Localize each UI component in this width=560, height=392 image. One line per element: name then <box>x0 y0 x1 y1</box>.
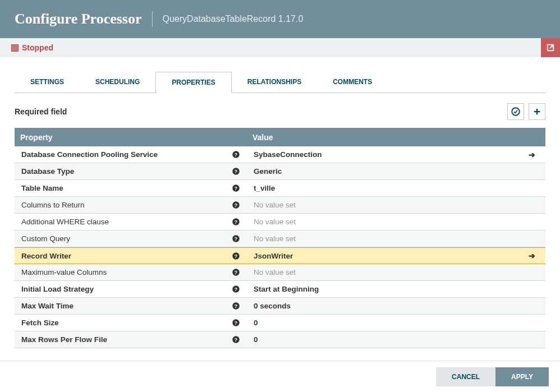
property-value-cell[interactable]: No value set <box>247 234 545 243</box>
property-name: Fetch Size <box>21 319 59 327</box>
property-value: JsonWriter <box>254 252 293 260</box>
dialog-title: Configure Processor <box>15 11 142 27</box>
property-value: 0 seconds <box>254 302 291 310</box>
table-row[interactable]: Additional WHERE clause?No value set <box>15 214 545 230</box>
property-name: Initial Load Strategy <box>21 285 94 293</box>
svg-text:?: ? <box>234 270 237 275</box>
check-circle-icon <box>511 107 521 117</box>
status-label: Stopped <box>22 43 53 52</box>
property-name: Max Wait Time <box>21 302 74 310</box>
goto-arrow-icon[interactable]: ➔ <box>529 150 535 159</box>
table-row[interactable]: Initial Load Strategy?Start at Beginning <box>15 281 545 298</box>
property-value-cell[interactable]: t_ville <box>247 184 545 192</box>
property-value-cell[interactable]: No value set <box>247 201 545 209</box>
table-row[interactable]: Database Type?Generic <box>15 163 545 180</box>
property-value-cell[interactable]: 0 seconds <box>247 302 545 310</box>
table-body[interactable]: Database Connection Pooling Service?Syba… <box>15 146 545 348</box>
property-value-cell[interactable]: JsonWriter➔ <box>247 251 545 260</box>
property-name-cell: Maximum-value Columns? <box>15 268 247 277</box>
property-name: Database Connection Pooling Service <box>21 150 158 159</box>
help-icon[interactable]: ? <box>231 150 240 159</box>
property-value-cell[interactable]: 0 <box>247 319 545 327</box>
help-icon[interactable]: ? <box>231 335 240 344</box>
property-name: Columns to Return <box>21 201 85 209</box>
table-row[interactable]: Record Writer?JsonWriter➔ <box>15 247 545 264</box>
popout-icon <box>546 43 555 52</box>
help-icon[interactable]: ? <box>231 184 240 193</box>
help-icon[interactable]: ? <box>231 302 240 311</box>
property-name-cell: Database Connection Pooling Service? <box>15 150 247 159</box>
status-bar: Stopped <box>0 38 560 57</box>
cancel-button[interactable]: CANCEL <box>436 367 495 386</box>
popout-button[interactable] <box>541 38 560 57</box>
svg-text:?: ? <box>234 253 237 259</box>
tab-properties[interactable]: PROPERTIES <box>155 72 231 93</box>
table-row[interactable]: Max Rows Per Flow File?0 <box>15 331 545 348</box>
header-separator <box>152 11 153 27</box>
verify-button[interactable] <box>507 103 524 120</box>
help-icon[interactable]: ? <box>231 201 240 210</box>
property-name: Additional WHERE clause <box>21 218 109 226</box>
property-name-cell: Initial Load Strategy? <box>15 285 247 294</box>
property-name-cell: Columns to Return? <box>15 201 247 210</box>
column-header-property: Property <box>15 133 247 142</box>
column-header-value: Value <box>247 133 545 142</box>
property-name-cell: Database Type? <box>15 167 247 176</box>
svg-text:?: ? <box>234 303 237 309</box>
svg-text:?: ? <box>234 169 237 174</box>
property-value-cell[interactable]: SybaseConnection➔ <box>247 150 545 159</box>
property-value: No value set <box>254 218 296 226</box>
help-icon[interactable]: ? <box>231 218 240 227</box>
svg-text:?: ? <box>234 152 237 158</box>
table-row[interactable]: Max Wait Time?0 seconds <box>15 298 545 315</box>
svg-text:?: ? <box>234 337 237 343</box>
property-value-cell[interactable]: Start at Beginning <box>247 285 545 293</box>
toolbar: Required field <box>0 93 560 128</box>
svg-text:?: ? <box>234 219 237 225</box>
property-value-cell[interactable]: No value set <box>247 268 545 276</box>
help-icon[interactable]: ? <box>231 319 240 328</box>
property-value: Generic <box>254 167 282 176</box>
stopped-icon <box>11 44 19 52</box>
tab-comments[interactable]: COMMENTS <box>317 72 388 93</box>
dialog-footer: CANCEL APPLY <box>0 361 560 392</box>
table-row[interactable]: Columns to Return?No value set <box>15 197 545 214</box>
tab-relationships[interactable]: RELATIONSHIPS <box>232 72 317 93</box>
property-value-cell[interactable]: Generic <box>247 167 545 176</box>
help-icon[interactable]: ? <box>231 234 240 243</box>
property-value: Start at Beginning <box>254 285 319 293</box>
svg-text:?: ? <box>234 186 237 191</box>
apply-button[interactable]: APPLY <box>495 367 549 386</box>
property-name: Record Writer <box>21 252 71 260</box>
property-name-cell: Record Writer? <box>15 251 247 260</box>
help-icon[interactable]: ? <box>231 167 240 176</box>
property-name-cell: Additional WHERE clause? <box>15 218 247 227</box>
table-row[interactable]: Fetch Size?0 <box>15 315 545 331</box>
svg-text:?: ? <box>234 236 237 242</box>
tab-settings[interactable]: SETTINGS <box>15 72 80 93</box>
help-icon[interactable]: ? <box>231 268 240 277</box>
status-left: Stopped <box>11 43 53 52</box>
property-name-cell: Max Rows Per Flow File? <box>15 335 247 344</box>
table-row[interactable]: Database Connection Pooling Service?Syba… <box>15 146 545 163</box>
property-name: Maximum-value Columns <box>21 268 107 276</box>
plus-icon <box>533 107 541 116</box>
goto-arrow-icon[interactable]: ➔ <box>529 251 535 260</box>
property-value: t_ville <box>254 184 275 192</box>
svg-text:?: ? <box>234 320 237 326</box>
tab-scheduling[interactable]: SCHEDULING <box>80 72 155 93</box>
table-row[interactable]: Table Name?t_ville <box>15 180 545 197</box>
property-name: Custom Query <box>21 234 70 243</box>
processor-name: QueryDatabaseTableRecord 1.17.0 <box>163 14 304 24</box>
property-name-cell: Max Wait Time? <box>15 302 247 311</box>
table-row[interactable]: Custom Query?No value set <box>15 230 545 247</box>
help-icon[interactable]: ? <box>231 285 240 294</box>
property-name: Database Type <box>21 167 74 176</box>
table-row[interactable]: Maximum-value Columns?No value set <box>15 264 545 281</box>
property-value-cell[interactable]: No value set <box>247 218 545 226</box>
add-property-button[interactable] <box>529 103 545 120</box>
property-name-cell: Custom Query? <box>15 234 247 243</box>
help-icon[interactable]: ? <box>231 251 240 260</box>
dialog-header: Configure Processor QueryDatabaseTableRe… <box>0 0 560 38</box>
property-value-cell[interactable]: 0 <box>247 335 545 344</box>
